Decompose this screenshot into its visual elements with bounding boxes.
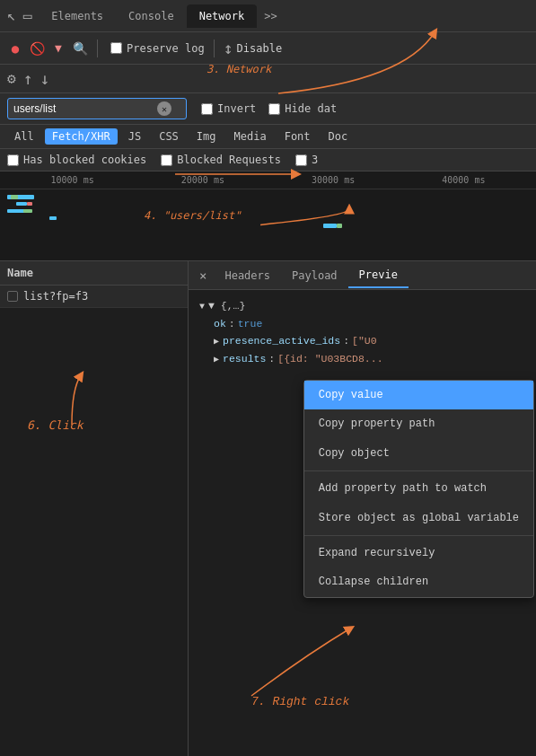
json-ok-value: true — [238, 315, 263, 333]
tab-bar: ↖ ▭ Elements Console Network >> — [0, 0, 536, 32]
filter-icon[interactable]: ▼ — [50, 40, 66, 57]
third-party-label[interactable]: 3 — [295, 154, 318, 166]
invert-checkbox[interactable] — [201, 103, 213, 115]
json-results-arrow[interactable]: ▶ — [214, 352, 219, 367]
rightclick-annotation: 7. Right click — [251, 692, 349, 712]
filter-tab-js[interactable]: JS — [121, 128, 148, 145]
context-menu-add-to-watch[interactable]: Add property path to watch — [304, 474, 533, 503]
devtools-device-icon[interactable]: ▭ — [23, 7, 32, 24]
detail-close-button[interactable]: × — [192, 265, 214, 286]
bottom-panel: Name list?fp=f3 6. Click × Headers Paylo… — [0, 261, 536, 756]
preserve-log-label: Preserve log — [127, 42, 205, 55]
timeline-area: 10000 ms 20000 ms 30000 ms 40000 ms 4. "… — [0, 171, 536, 261]
detail-tab-preview[interactable]: Previe — [348, 263, 409, 288]
context-menu-collapse-children[interactable]: Collapse children — [304, 567, 533, 596]
search-icon[interactable]: 🔍 — [72, 40, 88, 57]
preserve-log-checkbox-label[interactable]: Preserve log — [110, 42, 205, 55]
preserve-log-checkbox[interactable] — [110, 42, 122, 54]
filter-tab-media[interactable]: Media — [227, 128, 274, 145]
timeline-bar-6 — [23, 209, 32, 213]
list-item[interactable]: list?fp=f3 — [0, 286, 188, 308]
timeline-bar-8 — [323, 224, 337, 228]
tab-console[interactable]: Console — [116, 4, 187, 28]
hide-data-label: Hide dat — [285, 102, 337, 115]
disable-label: Disable — [237, 42, 283, 55]
tab-more[interactable]: >> — [257, 4, 284, 28]
timeline-bars — [0, 189, 536, 252]
filter-tab-all[interactable]: All — [7, 128, 41, 145]
preserve-log-area: Preserve log — [110, 42, 205, 55]
json-root-brace: ▼ {,…} — [208, 297, 245, 315]
list-item-name: list?fp=f3 — [23, 290, 88, 303]
timeline-mark-1: 10000 ms — [7, 175, 137, 185]
has-blocked-cookies-checkbox[interactable] — [7, 154, 19, 166]
main-toolbar: ● 🚫 ▼ 🔍 Preserve log ↕ Disable — [0, 32, 536, 65]
search-input[interactable] — [13, 102, 157, 115]
detail-tab-payload[interactable]: Payload — [281, 264, 348, 287]
disable-cache-icon: ↕ — [224, 39, 233, 57]
json-ok-line: ok : true — [214, 315, 525, 333]
json-results-key: results — [223, 350, 266, 368]
third-party-checkbox[interactable] — [295, 154, 307, 166]
timeline-mark-3: 30000 ms — [268, 175, 399, 185]
context-menu-expand-recursively[interactable]: Expand recursively — [304, 539, 533, 567]
download-icon[interactable]: ↓ — [40, 69, 49, 88]
timeline-bar-3 — [16, 202, 27, 206]
tab-network[interactable]: Network — [187, 4, 258, 28]
blocked-requests-label[interactable]: Blocked Requests — [161, 154, 281, 166]
json-root-line: ▼ ▼ {,…} — [199, 297, 525, 315]
filter-tab-fetch-xhr[interactable]: Fetch/XHR — [45, 128, 118, 145]
hide-data-checkbox-label[interactable]: Hide dat — [268, 102, 337, 115]
json-presence-value: ["U0 — [352, 332, 377, 350]
blocked-row: Has blocked cookies Blocked Requests 3 — [0, 149, 536, 171]
json-presence-colon: : — [343, 332, 349, 350]
has-blocked-cookies-text: Has blocked cookies — [23, 154, 146, 166]
devtools-select-icon[interactable]: ↖ — [7, 7, 16, 24]
json-presence-line: ▶ presence_active_ids : ["U0 — [214, 332, 525, 350]
has-blocked-cookies-label[interactable]: Has blocked cookies — [7, 154, 146, 166]
context-menu: Copy value Copy property path Copy objec… — [303, 380, 534, 598]
filter-tab-doc[interactable]: Doc — [321, 128, 356, 145]
filter-tab-img[interactable]: Img — [189, 128, 224, 145]
context-menu-copy-property-path[interactable]: Copy property path — [304, 409, 533, 438]
timeline-bar-9 — [337, 224, 342, 228]
secondary-toolbar: ⚙ ↑ ↓ 3. Network — [0, 65, 536, 93]
detail-tabs: × Headers Payload Previe — [189, 261, 536, 290]
invert-checkbox-label[interactable]: Invert — [201, 102, 256, 115]
blocked-requests-checkbox[interactable] — [161, 154, 172, 166]
list-item-checkbox — [7, 291, 18, 302]
separator-1 — [97, 40, 98, 57]
json-results-colon: : — [268, 350, 275, 368]
tab-elements[interactable]: Elements — [39, 4, 116, 28]
timeline-bar-4 — [27, 202, 32, 206]
context-menu-copy-value[interactable]: Copy value — [304, 381, 533, 409]
disable-cache-area: ↕ Disable — [224, 39, 282, 57]
json-results-line: ▶ results : [{id: "U03BCD8... — [214, 350, 525, 368]
context-menu-separator-1 — [304, 470, 533, 471]
context-menu-store-as-global[interactable]: Store object as global variable — [304, 504, 533, 532]
filter-tabs: All Fetch/XHR JS CSS Img Media Font Doc — [0, 125, 536, 149]
timeline-mark-4: 40000 ms — [399, 175, 529, 185]
upload-icon[interactable]: ↑ — [23, 69, 33, 88]
timeline-bar-5 — [7, 209, 25, 213]
invert-label: Invert — [217, 102, 256, 115]
clear-button[interactable]: 🚫 — [29, 40, 45, 57]
settings-icon[interactable]: ⚙ — [7, 70, 16, 87]
search-input-wrapper: ✕ — [7, 98, 187, 119]
json-ok-colon: : — [229, 315, 235, 333]
search-clear-button[interactable]: ✕ — [157, 101, 171, 116]
hide-data-checkbox[interactable] — [268, 103, 280, 115]
json-ok-key: ok — [214, 315, 226, 333]
detail-tab-headers[interactable]: Headers — [214, 264, 281, 287]
search-bar: ✕ Invert Hide dat — [0, 93, 536, 125]
left-panel-header: Name — [0, 261, 188, 286]
json-presence-arrow[interactable]: ▶ — [214, 334, 219, 349]
context-menu-copy-object[interactable]: Copy object — [304, 439, 533, 468]
third-party-text: 3 — [312, 154, 318, 166]
filter-tab-font[interactable]: Font — [277, 128, 318, 145]
timeline-ruler: 10000 ms 20000 ms 30000 ms 40000 ms — [0, 171, 536, 189]
timeline-bar-2 — [11, 195, 18, 199]
filter-tab-css[interactable]: CSS — [152, 128, 186, 145]
json-root-arrow[interactable]: ▼ — [199, 299, 205, 314]
record-button[interactable]: ● — [7, 40, 23, 57]
